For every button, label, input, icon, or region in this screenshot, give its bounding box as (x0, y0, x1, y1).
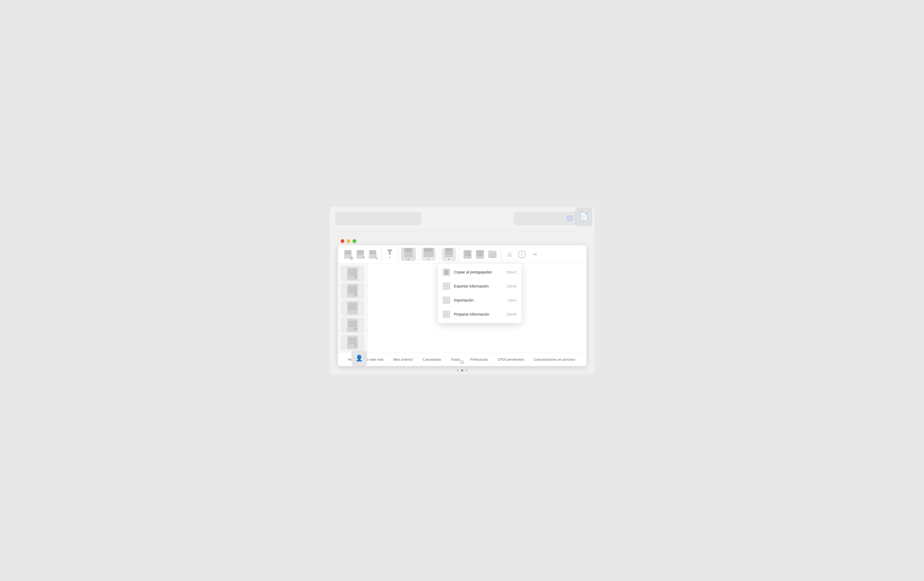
edit-doc-button[interactable] (355, 248, 366, 261)
screen-wrapper: 📄 (330, 207, 594, 374)
sidebar-letter-p: P (355, 344, 357, 348)
sidebar-doc-r1 (347, 301, 358, 314)
prepare-info-shortcut: Ctrl+R (507, 313, 516, 316)
filter-chevron-icon: ▾ (389, 256, 390, 259)
maximize-dot[interactable] (353, 239, 356, 243)
sidebar-item-f[interactable]: F (341, 266, 365, 282)
copy-section: ▾ (401, 248, 419, 261)
extra-chevron-icon: ▾ (448, 258, 449, 261)
sidebar-item-n[interactable]: N (341, 283, 365, 299)
top-bar: 📄 (330, 207, 594, 230)
bottom-dots (457, 369, 467, 372)
filter-button[interactable]: ▾ (384, 248, 395, 261)
import-label: Importación (454, 298, 505, 302)
sidebar-doc-n: N (347, 284, 358, 297)
tab-cfdi-pendientes[interactable]: CFDI pendientes (493, 353, 529, 366)
close-dot[interactable] (341, 239, 344, 243)
tab-prefacturas[interactable]: Prefacturas (465, 353, 493, 366)
sidebar: F N R P (338, 263, 368, 352)
filter-section: ▾ (384, 248, 398, 261)
tab-mes-anterior[interactable]: Mes anterior (389, 353, 418, 366)
import-shortcut: Ctrl+I (508, 298, 516, 302)
minimize-dot[interactable] (346, 239, 350, 243)
copy-clipboard-label: Copiar al portapapeles (454, 270, 503, 274)
move-dropdown-button[interactable]: ▾ (421, 248, 436, 261)
top-bar-left (335, 212, 421, 225)
sidebar-item-r2[interactable]: R (341, 317, 365, 333)
prepare-info-icon: → (443, 311, 450, 318)
sidebar-letter-f: F (355, 275, 357, 279)
toolbar: ▾ ▾ ▾ (338, 245, 586, 263)
import-item[interactable]: → Importación Ctrl+I (438, 293, 521, 307)
settings-gear-icon[interactable]: ⚙ (460, 359, 465, 365)
top-bar-right: 📄 (513, 212, 589, 225)
extra-dropdown-button[interactable]: ▾ (442, 248, 456, 261)
right-tools-section: 🖨 ? ⇥ (504, 248, 543, 261)
doc-actions-section (342, 248, 381, 261)
filter-icon (387, 249, 393, 255)
exit-button[interactable]: ⇥ (529, 248, 540, 261)
help-button[interactable]: ? (516, 248, 528, 261)
bottom-dot-1 (457, 369, 459, 372)
search-doc-icon (369, 250, 376, 258)
app-window: ▾ ▾ ▾ (338, 245, 586, 366)
tab-canceladas[interactable]: Canceladas (418, 353, 446, 366)
copy-clipboard-item[interactable]: Copiar al portapapeles Ctrl+C (438, 265, 521, 279)
prepare-info-item[interactable]: → Preparar información Ctrl+R (438, 307, 521, 321)
print-button[interactable]: 🖨 (504, 248, 515, 261)
email-button[interactable] (487, 248, 498, 261)
search-doc-button[interactable] (367, 248, 378, 261)
sidebar-letter-n: N (355, 292, 357, 296)
new-doc-button[interactable] (342, 248, 353, 261)
doc-text-icon: 📄 (580, 212, 588, 221)
import-icon: → (443, 296, 450, 304)
top-bar-doc-icon: 📄 (576, 207, 592, 225)
dropdown-menu: Copiar al portapapeles Ctrl+C → Exportar… (438, 263, 521, 323)
sidebar-doc-f: F (347, 267, 358, 280)
new-doc-icon (344, 250, 351, 258)
sidebar-letter-r2: R (355, 327, 357, 331)
user-icon: 👤 (355, 355, 363, 362)
export-info-label: Exportar información (454, 284, 503, 288)
export-info-item[interactable]: → Exportar información Ctrl+E (438, 279, 521, 293)
export-info-shortcut: Ctrl+E (507, 284, 516, 288)
status-indicator (567, 216, 573, 221)
bottom-dot-2 (461, 369, 463, 372)
bottom-dot-3 (465, 369, 467, 372)
prepare-info-label: Preparar información (454, 312, 503, 316)
edit-doc-icon (356, 250, 364, 258)
move-chevron-icon: ▾ (428, 258, 429, 261)
copy-clipboard-shortcut: Ctrl+C (507, 270, 516, 274)
lines-view-button[interactable] (462, 248, 473, 261)
tab-cancelaciones-proceso[interactable]: Cancelaciones en proceso (529, 353, 580, 366)
copy-clipboard-icon (443, 268, 450, 276)
sidebar-item-p[interactable]: P (341, 334, 365, 351)
window-controls (341, 239, 356, 243)
extra-section: ▾ (442, 248, 459, 261)
move-section: ▾ (421, 248, 439, 261)
sidebar-item-r1[interactable] (341, 300, 365, 316)
view-section (462, 248, 501, 261)
copy-chevron-icon: ▾ (408, 258, 409, 261)
sidebar-doc-p: P (347, 336, 358, 349)
copy-dropdown-button[interactable]: ▾ (401, 248, 416, 261)
export-info-icon: → (443, 282, 450, 290)
bottom-user-icon[interactable]: 👤 (351, 351, 367, 366)
alt-view-button[interactable] (474, 248, 486, 261)
sidebar-doc-r2: R (347, 319, 358, 332)
